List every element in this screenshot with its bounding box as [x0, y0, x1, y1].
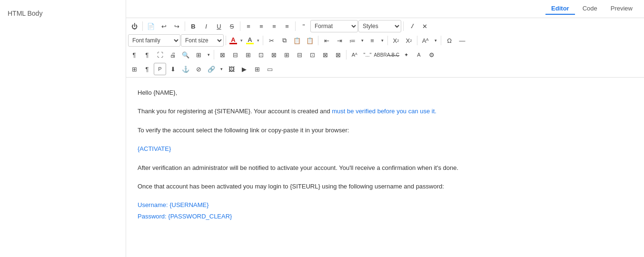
highlight-color-dropdown[interactable]: ▾: [255, 34, 261, 47]
strikethrough-button[interactable]: S: [226, 20, 238, 32]
ordered-list-button[interactable]: ≔: [346, 34, 358, 47]
new-doc-button[interactable]: 📄: [145, 20, 157, 32]
highlight-color-button[interactable]: A: [245, 34, 255, 47]
table-cell-5[interactable]: ⊠: [268, 49, 280, 61]
link-btn[interactable]: 🔗: [205, 63, 218, 75]
anchor-btn[interactable]: ⚓: [179, 63, 192, 75]
align-right-button[interactable]: ≡: [268, 20, 280, 32]
editor-content[interactable]: Hello {NAME}, Thank you for registering …: [126, 78, 644, 257]
toolbar-row-2: Font family Font size A ▾: [128, 33, 642, 48]
underline-button[interactable]: U: [213, 20, 225, 32]
show-blocks2-button[interactable]: ¶: [141, 49, 153, 61]
iframe-btn[interactable]: ▭: [264, 63, 276, 75]
outdent-button[interactable]: ⇤: [320, 34, 333, 47]
align-left-button[interactable]: ≡: [242, 20, 255, 32]
content-line6: Once that account has been activated you…: [138, 181, 633, 192]
abbr-btn[interactable]: ABBR: [374, 49, 386, 61]
copy-button[interactable]: ⧉: [278, 34, 290, 47]
tab-editor[interactable]: Editor: [545, 3, 575, 15]
italic-button[interactable]: I: [200, 20, 212, 32]
superscript-button[interactable]: X2: [403, 34, 415, 47]
bold-button[interactable]: B: [187, 20, 199, 32]
para-btn-1[interactable]: ⊞: [128, 63, 140, 75]
table-cell-8[interactable]: ⊡: [306, 49, 318, 61]
separator-13: [346, 50, 347, 59]
font-color-button[interactable]: A: [228, 34, 238, 47]
link-remove-btn[interactable]: ⊘: [192, 63, 205, 75]
template-btn[interactable]: ⊞: [251, 63, 263, 75]
maximize-button[interactable]: ⛶: [154, 49, 166, 61]
subscript-button[interactable]: X2: [390, 34, 402, 47]
content-credentials: Username: {USERNAME} Password: {PASSWORD…: [138, 199, 633, 222]
undo-button[interactable]: ↩: [158, 20, 170, 32]
quote-btn[interactable]: "...": [361, 49, 374, 61]
font-color-dropdown[interactable]: ▾: [238, 34, 244, 47]
settings-button[interactable]: ⚙: [426, 49, 438, 61]
font-size-group[interactable]: Aᴬ: [419, 34, 432, 47]
special-chars-button[interactable]: Ω: [443, 34, 456, 47]
italic2-button[interactable]: 𝐼: [406, 20, 418, 32]
hr-button[interactable]: —: [456, 34, 468, 47]
table-button[interactable]: ⊞: [192, 49, 205, 61]
styles-select[interactable]: Styles: [358, 20, 401, 32]
table-cell-1[interactable]: ⊠: [216, 49, 228, 61]
highlight-color-group: A ▾: [245, 34, 261, 47]
cut-button[interactable]: ✂: [265, 34, 277, 47]
separator-6: [226, 36, 226, 45]
password-label: Password: {PASSWORD_CLEAR}: [138, 213, 232, 220]
content-line5: After verification an administrator will…: [138, 162, 633, 173]
unordered-list-button[interactable]: ≡: [366, 34, 378, 47]
separator-7: [263, 36, 263, 45]
separator-5: [403, 21, 404, 31]
paste-special-button[interactable]: 📋: [304, 34, 316, 47]
font-size-select[interactable]: Font size: [181, 34, 224, 47]
toolbar-row-4: ⊞ ¶ P ⬇ ⚓ ⊘ 🔗 ▾ 🖼 ▶ ⊞ ▭: [128, 62, 642, 76]
para-btn-2[interactable]: ¶: [141, 63, 153, 75]
font-size-dropdown[interactable]: ▾: [432, 34, 439, 47]
clear-format-button[interactable]: ✕: [418, 20, 431, 32]
tab-preview[interactable]: Preview: [605, 3, 638, 15]
separator-9: [387, 36, 388, 45]
power-button[interactable]: ⏻: [128, 20, 140, 32]
toolbar: ⏻ 📄 ↩ ↪ B I U S ≡: [126, 18, 644, 78]
table-cell-7[interactable]: ⊟: [293, 49, 306, 61]
format-select[interactable]: Format: [310, 20, 358, 32]
save-btn[interactable]: ⬇: [167, 63, 179, 75]
paste-button[interactable]: 📋: [291, 34, 303, 47]
activate-link[interactable]: {ACTIVATE}: [138, 145, 171, 152]
table-cell-3[interactable]: ⊞: [242, 49, 254, 61]
table-cell-10[interactable]: ⊠: [332, 49, 344, 61]
ol-dropdown[interactable]: ▾: [359, 34, 366, 47]
separator-2: [185, 21, 185, 31]
content-line2-link[interactable]: must be verified before you can use it.: [332, 108, 436, 115]
sidebar-title: HTML Body: [8, 10, 118, 17]
show-blocks-button[interactable]: ¶: [128, 49, 140, 61]
content-line1: Hello {NAME},: [138, 87, 633, 98]
blockquote-button[interactable]: ": [297, 20, 310, 32]
table-cell-4[interactable]: ⊡: [255, 49, 267, 61]
text-style-1[interactable]: ✦: [400, 49, 412, 61]
align-center-button[interactable]: ≡: [255, 20, 268, 32]
tab-bar: Editor Code Preview: [126, 0, 644, 18]
ul-dropdown[interactable]: ▾: [379, 34, 386, 47]
table-dropdown[interactable]: ▾: [205, 49, 212, 61]
username-label: Username: {USERNAME}: [138, 201, 209, 208]
para-btn-3[interactable]: P: [154, 63, 166, 75]
redo-button[interactable]: ↪: [170, 20, 183, 32]
link-dropdown[interactable]: ▾: [218, 63, 225, 75]
tab-code[interactable]: Code: [577, 3, 603, 15]
table-cell-2[interactable]: ⊟: [229, 49, 241, 61]
find-button[interactable]: 🔍: [179, 49, 192, 61]
text-style-2[interactable]: A: [413, 49, 425, 61]
small-caps-btn[interactable]: Aᴬ: [348, 49, 361, 61]
indent-button[interactable]: ⇥: [333, 34, 346, 47]
table-cell-9[interactable]: ⊠: [319, 49, 331, 61]
media-btn[interactable]: ▶: [238, 63, 250, 75]
align-justify-button[interactable]: ≡: [281, 20, 293, 32]
print-button[interactable]: 🖨: [167, 49, 179, 61]
table-cell-6[interactable]: ⊞: [280, 49, 293, 61]
image-btn[interactable]: 🖼: [225, 63, 238, 75]
font-family-select[interactable]: Font family: [128, 34, 180, 47]
abc-btn[interactable]: A.B.C: [387, 49, 399, 61]
content-line3: To verify the account select the followi…: [138, 125, 633, 136]
